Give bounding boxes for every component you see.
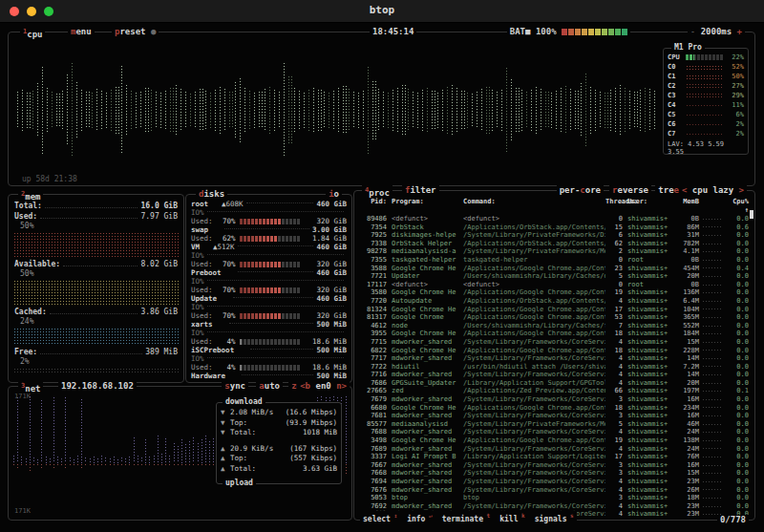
net-graph-column (173, 442, 176, 463)
net-graph-column (32, 457, 35, 463)
net-graph-column (56, 456, 59, 462)
cpu-graph-column (239, 77, 243, 141)
disk-used-row: Used:70%320 GiB (186, 311, 351, 320)
cpu-graph-column (426, 87, 430, 132)
net-graph-column (204, 463, 207, 468)
process-row[interactable]: 27665zed/Applications/Zed Preview.app/Co… (354, 387, 754, 395)
filter-button[interactable]: filter (402, 185, 439, 195)
process-row[interactable]: 6680Google Chrome He/Applications/Google… (354, 404, 754, 413)
cpu-graph-column (209, 92, 213, 129)
process-row[interactable]: 7717mdworker_shared/System/Library/Frame… (354, 354, 754, 363)
interval-increase-button[interactable]: + (737, 27, 742, 36)
cpu-graph-column (130, 90, 134, 130)
cpu-graph-column (382, 91, 386, 130)
process-row[interactable]: 3955Google Chrome He/Applications/Google… (354, 330, 754, 338)
cpu-graph-column (584, 73, 588, 147)
process-row[interactable]: 7355taskgated-helpertaskgated-helper0roo… (354, 256, 754, 265)
process-row[interactable]: 7338OrbStack Helper/Applications/OrbStac… (354, 240, 754, 248)
net-graph-column (80, 398, 83, 463)
process-row[interactable]: 7716mdworker_shared/System/Library/Frame… (354, 371, 754, 379)
net-graph-column (184, 443, 187, 463)
mem-stat-graph (13, 280, 179, 305)
disk-used-row: Used:62%1.84 GiB (186, 234, 351, 243)
cpu-graph-column (75, 81, 79, 139)
process-row[interactable]: 7721Updater/Users/shivammishra/Library/C… (354, 272, 754, 281)
cpu-core-panel: M1 Pro CPU 22% C052%C150%C227%C329%C411%… (663, 48, 749, 155)
proc-box-title[interactable]: 4proc (362, 185, 393, 198)
process-row[interactable]: 7681mdworker_shared/System/Library/Frame… (354, 412, 754, 420)
net-graph-column (197, 442, 200, 463)
process-row[interactable]: 3337Logi AI Prompt B/Library/Application… (354, 453, 754, 461)
cpu-graph-column (234, 81, 238, 139)
process-row[interactable]: 3580Google Chrome He/Applications/Google… (354, 288, 754, 297)
cpu-graph-column (169, 87, 173, 133)
process-row[interactable]: 17117<defunct><defunct>0root0B0.0 (354, 281, 754, 289)
net-graph-column (208, 463, 211, 467)
cpu-graph-column (273, 89, 277, 131)
net-auto-button[interactable]: auto (256, 381, 283, 391)
cpu-graph-column (496, 91, 499, 129)
process-scrollbar[interactable] (750, 210, 753, 219)
cpu-graph-column (180, 88, 183, 132)
process-row[interactable]: 7667mdworker_shared/System/Library/Frame… (354, 461, 754, 470)
process-row[interactable]: 3498Google Chrome He/Applications/Google… (354, 436, 754, 445)
process-row[interactable]: 85577mediaanalysisd/System/Library/Priva… (354, 420, 754, 429)
cpu-graph-column (164, 90, 168, 130)
process-row[interactable]: 7692mdworker_shared/System/Library/Frame… (354, 502, 754, 511)
menu-button[interactable]: menu (68, 27, 95, 36)
info-button[interactable]: info ↵ (407, 511, 433, 524)
process-row[interactable]: 7715mdworker_shared/System/Library/Frame… (354, 338, 754, 347)
disk-name-row: swap3.00 GiB (186, 225, 351, 234)
io-mode-button[interactable]: io (326, 189, 342, 199)
cpu-graph-column (387, 92, 391, 129)
process-row[interactable]: 7720Autoupdate/Applications/OrbStack.app… (354, 297, 754, 306)
process-row[interactable]: 7354OrbStack/Applications/OrbStack.app/C… (354, 223, 754, 232)
kill-button[interactable]: kill k (499, 511, 525, 524)
cpu-graph-column (535, 86, 539, 133)
process-row[interactable]: 81324Google Chrome He/Applications/Googl… (354, 306, 754, 314)
process-row[interactable]: 81317Google Chrome/Applications/Google C… (354, 313, 754, 322)
cpu-graph-column (283, 62, 286, 158)
process-row[interactable]: 98278mediaanalysisd-a/System/Library/Pri… (354, 247, 754, 256)
interval-decrease-button[interactable]: - (690, 27, 695, 36)
cpu-graph-column (476, 91, 479, 130)
net-graph-column (12, 455, 15, 463)
preset-button[interactable]: preset ● (112, 27, 159, 36)
per-core-toggle[interactable]: per-core (557, 185, 604, 195)
tree-toggle[interactable]: tree (655, 185, 682, 195)
process-row[interactable]: 7689mdworker_shared/System/Library/Frame… (354, 445, 754, 454)
process-row[interactable]: 7722hdiutil/usr/bin/hdiutil attach /User… (354, 363, 754, 372)
process-row[interactable]: 7679mdworker_shared/System/Library/Frame… (354, 395, 754, 404)
process-row[interactable]: 7686GPGSuite_Updater/Library/Application… (354, 379, 754, 388)
process-row[interactable]: 7925diskimages-helpe/System/Library/Priv… (354, 231, 754, 240)
sort-selector[interactable]: < cpu lazy > (679, 185, 747, 195)
process-row[interactable]: 4612node/Users/shivammishra/Library/Cach… (354, 322, 754, 330)
net-interface-switcher[interactable]: <b en0 n> (297, 381, 350, 391)
process-row[interactable]: 5053btopbtop3shivammis+18M0.0 (354, 494, 754, 502)
cpu-box-title[interactable]: 1cpu (20, 27, 45, 39)
process-row[interactable]: 7668mdworker_shared/System/Library/Frame… (354, 469, 754, 478)
reverse-toggle[interactable]: reverse (609, 185, 651, 195)
cpu-graph-column (401, 84, 405, 136)
process-row[interactable]: 89486<defunct><defunct>0shivammis+0B0.0 (354, 215, 754, 223)
net-graph-column (168, 463, 171, 466)
cpu-graph-column (223, 88, 227, 131)
net-stat-line: ▼2.08 MiB/s(16.6 Mibps) (221, 408, 337, 418)
net-sync-button[interactable]: sync (222, 381, 248, 391)
terminate-button[interactable]: terminate t (442, 511, 491, 524)
process-row[interactable]: 7676mdworker_shared/System/Library/Frame… (354, 486, 754, 495)
process-row[interactable]: 7694mdworker_shared/System/Library/Frame… (354, 478, 754, 486)
select-button[interactable]: select ↕ (363, 511, 397, 524)
mem-box-title[interactable]: 2mem (18, 189, 43, 202)
process-row[interactable]: 6822Google Chrome He/Applications/Google… (354, 347, 754, 355)
net-address: 192.168.68.102 (58, 381, 137, 391)
cpu-graph-column (520, 89, 524, 130)
process-row[interactable]: 3588Google Chrome He/Applications/Google… (354, 265, 754, 273)
cpu-graph-column (194, 91, 198, 130)
net-graph-column (124, 463, 127, 465)
cpu-graph-column (371, 80, 375, 140)
signals-button[interactable]: signals s (535, 511, 574, 524)
process-row[interactable]: 7688mdworker_shared/System/Library/Frame… (354, 428, 754, 436)
cpu-graph-column (342, 85, 346, 136)
net-graph-column (128, 463, 131, 466)
